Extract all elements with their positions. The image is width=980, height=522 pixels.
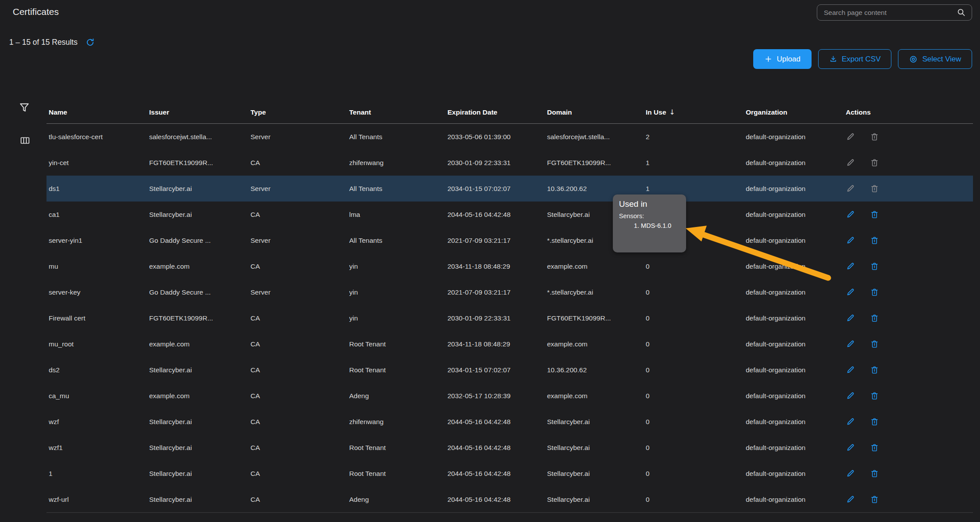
cell-organization: default-organization — [746, 392, 846, 400]
cell-issuer: Stellarcyber.ai — [149, 470, 250, 478]
edit-button[interactable] — [846, 469, 855, 478]
results-count: 1 – 15 of 15 Results — [9, 38, 78, 47]
cell-issuer: Stellarcyber.ai — [149, 185, 250, 193]
cell-expiration-date: 2030-01-09 22:33:31 — [447, 159, 547, 167]
cell-domain: 10.36.200.62 — [547, 185, 646, 193]
results-bar: 1 – 15 of 15 Results — [9, 38, 95, 47]
table-row[interactable]: wzf-urlStellarcyber.aiCAAdeng2044-05-16 … — [46, 486, 973, 512]
delete-button[interactable] — [870, 210, 879, 219]
delete-button[interactable] — [870, 365, 879, 374]
cell-domain: 10.36.200.62 — [547, 366, 646, 374]
table-row[interactable]: ca_muexample.comCAAdeng2032-05-17 10:28:… — [46, 383, 973, 409]
cell-name: mu_root — [49, 340, 149, 348]
pencil-icon — [846, 417, 855, 426]
search-input[interactable] — [823, 8, 957, 17]
edit-button[interactable] — [846, 313, 855, 323]
filter-icon[interactable] — [18, 102, 30, 115]
edit-button[interactable] — [846, 236, 855, 245]
column-header-type[interactable]: Type — [250, 108, 349, 116]
cell-expiration-date: 2032-05-17 10:28:39 — [447, 392, 547, 400]
cell-organization: default-organization — [746, 340, 846, 348]
delete-button[interactable] — [870, 495, 879, 504]
upload-button[interactable]: Upload — [753, 49, 812, 69]
delete-button[interactable] — [870, 288, 879, 297]
delete-button[interactable] — [870, 339, 879, 349]
cell-tenant: Adeng — [349, 392, 447, 400]
select-view-button[interactable]: Select View — [898, 49, 972, 69]
cell-type: CA — [250, 366, 349, 374]
cell-issuer: Stellarcyber.ai — [149, 444, 250, 452]
cell-tenant: All Tenants — [349, 237, 447, 245]
table-row[interactable]: ca1Stellarcyber.aiCAlma2044-05-16 04:42:… — [46, 202, 973, 227]
delete-button[interactable] — [870, 391, 879, 400]
column-header-expiration-date[interactable]: Expiration Date — [447, 108, 547, 116]
refresh-icon[interactable] — [86, 38, 95, 47]
plus-icon — [764, 55, 773, 63]
column-header-label: Issuer — [149, 108, 169, 116]
table-row[interactable]: mu_rootexample.comCARoot Tenant2034-11-1… — [46, 331, 973, 357]
cell-name: Firewall cert — [49, 314, 149, 322]
edit-button[interactable] — [846, 262, 855, 271]
table-row[interactable]: ds2Stellarcyber.aiCARoot Tenant2034-01-1… — [46, 357, 973, 383]
cell-issuer: Go Daddy Secure ... — [149, 237, 250, 245]
cell-expiration-date: 2044-05-16 04:42:48 — [447, 496, 547, 504]
search-box[interactable] — [817, 4, 972, 21]
pencil-icon — [846, 236, 855, 245]
table-row[interactable]: Firewall certFGT60ETK19099R...CAyin2030-… — [46, 305, 973, 331]
delete-button[interactable] — [870, 417, 879, 426]
cell-organization: default-organization — [746, 133, 846, 141]
edit-button[interactable] — [846, 417, 855, 426]
column-header-label: In Use — [646, 108, 666, 116]
table-row[interactable]: 1Stellarcyber.aiCARoot Tenant2044-05-16 … — [46, 461, 973, 486]
pencil-icon — [846, 313, 855, 323]
pencil-icon — [846, 391, 855, 400]
table-row[interactable]: wzfStellarcyber.aiCAzhifenwang2044-05-16… — [46, 409, 973, 435]
search-icon[interactable] — [957, 8, 966, 17]
delete-button[interactable] — [870, 469, 879, 478]
table-row[interactable]: yin-cetFGT60ETK19099R...CAzhifenwang2030… — [46, 150, 973, 176]
table-row[interactable]: ds1Stellarcyber.aiServerAll Tenants2034-… — [46, 176, 973, 202]
column-header-tenant[interactable]: Tenant — [349, 108, 447, 116]
table-row[interactable]: server-yin1Go Daddy Secure ...ServerAll … — [46, 227, 973, 253]
table-row[interactable]: wzf1Stellarcyber.aiCARoot Tenant2044-05-… — [46, 435, 973, 461]
table-row[interactable]: muexample.comCAyin2034-11-18 08:48:29exa… — [46, 253, 973, 279]
cell-type: CA — [250, 392, 349, 400]
column-header-in-use[interactable]: In Use↓ — [646, 108, 746, 116]
edit-button[interactable] — [846, 391, 855, 400]
delete-button[interactable] — [870, 313, 879, 323]
edit-button[interactable] — [846, 365, 855, 374]
column-header-actions: Actions — [846, 108, 973, 116]
cell-actions — [846, 417, 973, 426]
export-csv-button[interactable]: Export CSV — [818, 49, 892, 69]
cell-issuer: salesforcejwt.stella... — [149, 133, 250, 141]
cell-domain: example.com — [547, 392, 646, 400]
cell-tenant: Root Tenant — [349, 340, 447, 348]
trash-icon — [870, 339, 879, 349]
column-header-issuer[interactable]: Issuer — [149, 108, 250, 116]
table-row[interactable]: tlu-salesforce-certsalesforcejwt.stella.… — [46, 124, 973, 150]
cell-actions — [846, 391, 973, 400]
download-icon — [829, 55, 837, 63]
cell-name: ca_mu — [49, 392, 149, 400]
column-header-domain[interactable]: Domain — [547, 108, 646, 116]
table-row[interactable]: server-keyGo Daddy Secure ...Serveryin20… — [46, 279, 973, 305]
delete-button[interactable] — [870, 443, 879, 452]
cell-tenant: lma — [349, 211, 447, 219]
column-header-organization[interactable]: Organization — [746, 108, 846, 116]
edit-button[interactable] — [846, 210, 855, 219]
column-header-label: Organization — [746, 108, 787, 116]
cell-name: yin-cet — [49, 159, 149, 167]
column-header-name[interactable]: Name — [49, 108, 149, 116]
cell-name: ds2 — [49, 366, 149, 374]
edit-button[interactable] — [846, 495, 855, 504]
trash-icon — [870, 443, 879, 452]
delete-button[interactable] — [870, 236, 879, 245]
edit-button[interactable] — [846, 443, 855, 452]
columns-icon[interactable] — [19, 135, 31, 148]
delete-button[interactable] — [870, 262, 879, 271]
table-body: tlu-salesforce-certsalesforcejwt.stella.… — [46, 124, 973, 513]
edit-button[interactable] — [846, 288, 855, 297]
edit-button[interactable] — [846, 339, 855, 349]
page-title: Certificates — [13, 7, 59, 17]
cell-issuer: example.com — [149, 340, 250, 348]
